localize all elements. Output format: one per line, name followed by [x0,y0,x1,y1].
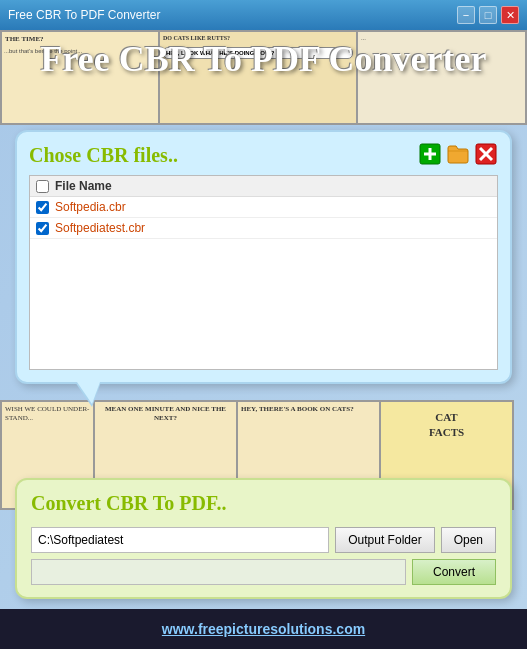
remove-file-icon[interactable] [474,142,498,166]
file-name-column-header: File Name [55,179,112,193]
select-all-checkbox[interactable] [36,180,49,193]
output-path-input[interactable] [31,527,329,553]
list-item: Softpedia.cbr [30,197,497,218]
panel-toolbar [418,142,498,166]
file-name-0: Softpedia.cbr [55,200,126,214]
window-controls: − □ ✕ [457,6,519,24]
footer-link[interactable]: www.freepicturesolutions.com [162,621,365,637]
list-item: Softpediatest.cbr [30,218,497,239]
file-checkbox-0[interactable] [36,201,49,214]
convert-panel: Convert CBR To PDF.. Output Folder Open … [15,478,512,599]
app-area: WISH WE COULD UNDER-STAND... MEAN ONE MI… [0,30,527,649]
app-title-area: Free CBR To PDF Converter [10,40,517,80]
maximize-button[interactable]: □ [479,6,497,24]
open-folder-icon[interactable] [446,142,470,166]
file-list: File Name Softpedia.cbr Softpediatest.cb… [29,175,498,370]
file-checkbox-1[interactable] [36,222,49,235]
convert-button[interactable]: Convert [412,559,496,585]
add-file-icon[interactable] [418,142,442,166]
minimize-button[interactable]: − [457,6,475,24]
open-button[interactable]: Open [441,527,496,553]
output-folder-button[interactable]: Output Folder [335,527,434,553]
output-folder-row: Output Folder Open [31,527,496,553]
window-title: Free CBR To PDF Converter [8,8,161,22]
close-button[interactable]: ✕ [501,6,519,24]
app-title: Free CBR To PDF Converter [10,40,517,80]
progress-row: Convert [31,559,496,585]
progress-bar [31,559,406,585]
file-name-1: Softpediatest.cbr [55,221,145,235]
convert-panel-title: Convert CBR To PDF.. [31,492,496,515]
cbr-files-panel: Chose CBR files.. [15,130,512,384]
footer: www.freepicturesolutions.com [0,609,527,649]
file-list-header: File Name [30,176,497,197]
title-bar: Free CBR To PDF Converter − □ ✕ [0,0,527,30]
